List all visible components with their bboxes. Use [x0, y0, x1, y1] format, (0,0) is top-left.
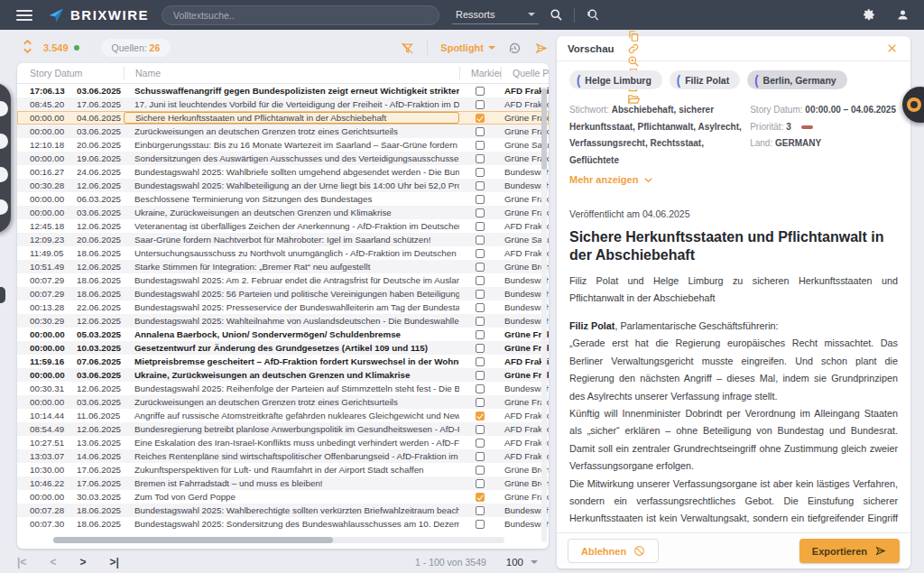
horizontal-scrollbar-thumb[interactable] [53, 537, 333, 543]
marked-checkbox[interactable] [476, 411, 485, 421]
table-row[interactable]: 00:00.0003.06.2025Zurückweisungen an deu… [17, 395, 549, 409]
marked-checkbox[interactable] [476, 222, 485, 231]
column-header-markiert[interactable]: Markiert [459, 67, 501, 79]
table-row[interactable]: 10:30.0017.06.2025Zukunftsperspektiven f… [17, 463, 549, 476]
table-row[interactable]: 00:07.3018.06.2025Bundestagswahl 2025: S… [17, 517, 549, 531]
table-row[interactable]: 00:16.2724.06.2025Bundestagswahl 2025: W… [17, 165, 549, 179]
marked-checkbox[interactable] [476, 439, 485, 448]
show-more-link[interactable]: Mehr anzeigen [569, 174, 898, 185]
edge-toolbar-button[interactable] [0, 101, 8, 116]
table-row[interactable]: 00:30.2912.06.2025Bundestagswahl 2025: W… [17, 314, 549, 328]
table-row[interactable]: 11:59.1607.06.2025Mietpreisbremse gesche… [17, 355, 549, 368]
table-row[interactable]: 00:07.2918.06.2025Bundestagswahl 2025: 5… [17, 287, 549, 300]
entity-chip[interactable]: (Helge Limburg [569, 70, 662, 89]
table-row[interactable]: 17:06.1303.06.2025Schusswaffenangriff ge… [17, 84, 549, 97]
marked-checkbox[interactable] [476, 181, 485, 190]
table-row[interactable]: 00:00.0030.03.2025Zum Tod von Gerd Poppe… [17, 490, 549, 504]
table-row[interactable]: 00:00.0003.06.2025Ukraine, Zurückweisung… [17, 368, 549, 382]
marked-checkbox[interactable] [476, 168, 485, 177]
marked-checkbox[interactable] [476, 114, 485, 123]
table-row[interactable]: 00:00.0005.03.2025Annalena Baerbock, Uni… [17, 328, 549, 341]
table-row[interactable]: 11:49.0518.06.2025Untersuchungsausschuss… [17, 246, 549, 260]
table-row[interactable]: 08:54.4912.06.2025Bundesregierung betrei… [17, 422, 549, 436]
marked-checkbox[interactable] [476, 87, 485, 96]
table-row[interactable]: 00:07.2918.06.2025Bundestagswahl 2025: A… [17, 273, 549, 287]
table-row[interactable]: 00:00.0019.06.2025Sondersitzungen des Au… [17, 152, 549, 165]
marked-checkbox[interactable] [476, 520, 485, 529]
floating-edge-toolbar[interactable] [0, 83, 11, 233]
spotlight-dropdown[interactable]: Spotlight [440, 42, 495, 53]
link-icon[interactable] [627, 42, 640, 55]
search-icon[interactable] [550, 8, 563, 22]
vertical-scrollbar-thumb[interactable] [541, 88, 547, 170]
menu-icon[interactable] [16, 10, 32, 21]
table-row[interactable]: 12:10.1820.06.2025Einbürgerungsstau: Bis… [17, 138, 549, 152]
table-row[interactable]: 00:30.3112.06.2025Bundestagswahl 2025: R… [17, 382, 549, 395]
search-input[interactable] [162, 5, 439, 25]
table-row[interactable]: 10:46.2217.06.2025Bremen ist Fahrradstad… [17, 476, 549, 490]
marked-checkbox[interactable] [476, 100, 485, 109]
marked-checkbox[interactable] [476, 398, 485, 407]
edge-toolbar-button[interactable] [0, 199, 8, 215]
marked-checkbox[interactable] [476, 357, 485, 366]
marked-checkbox[interactable] [476, 330, 485, 339]
marked-checkbox[interactable] [476, 493, 485, 502]
prev-page-button[interactable]: < [50, 556, 56, 568]
table-row[interactable]: 12:09.2320.06.2025Saar-Grüne fordern Nac… [17, 233, 549, 246]
sources-chip[interactable]: Quellen: 26 [101, 39, 171, 57]
table-row[interactable]: 00:07.2818.06.2025Bundestagswahl 2025: W… [17, 504, 549, 517]
reject-button[interactable]: Ablehnen [568, 539, 659, 563]
column-header-story-datum[interactable]: Story Datum [17, 68, 124, 79]
close-icon[interactable] [886, 42, 898, 54]
table-row[interactable]: 10:51.4912.06.2025Starke Stimmen für Int… [17, 260, 549, 273]
marked-checkbox[interactable] [476, 208, 485, 217]
table-row[interactable]: 13:03.0714.06.2025Reiches Rentenpläne si… [17, 449, 549, 463]
marked-checkbox[interactable] [476, 384, 485, 393]
edge-toolbar-button[interactable] [0, 134, 8, 149]
marked-checkbox[interactable] [476, 276, 485, 285]
table-row[interactable]: 00:00.0010.03.2025Gesetzentwurf zur Ände… [17, 341, 549, 355]
marked-checkbox[interactable] [476, 466, 485, 475]
column-header-name[interactable]: Name [124, 67, 459, 79]
user-account-icon[interactable] [896, 8, 910, 22]
next-page-button[interactable]: > [79, 556, 86, 568]
floating-edge-tab[interactable] [0, 287, 5, 303]
send-icon[interactable] [534, 42, 549, 55]
marked-checkbox[interactable] [476, 452, 485, 461]
marked-checkbox[interactable] [476, 154, 485, 163]
table-row[interactable]: 00:00.0003.06.2025Zurückweisungen an deu… [17, 125, 549, 138]
marked-checkbox[interactable] [476, 290, 485, 299]
column-header-quelle[interactable]: Quelle Publika [501, 67, 549, 79]
page-size-select[interactable]: 100 [506, 557, 538, 568]
copy-icon[interactable] [627, 30, 640, 42]
history-icon[interactable] [508, 42, 522, 55]
marked-checkbox[interactable] [476, 344, 485, 353]
marked-checkbox[interactable] [476, 317, 485, 326]
table-row[interactable]: 00:00.0003.06.2025Ukraine, Zurückweisung… [17, 206, 549, 219]
clear-search-icon[interactable] [586, 8, 600, 22]
marked-checkbox[interactable] [476, 141, 485, 150]
filter-off-icon[interactable] [401, 42, 414, 55]
table-row[interactable]: 00:00.0004.06.2025Sichere Herkunftsstaat… [17, 111, 549, 125]
first-page-button[interactable]: |< [17, 556, 26, 568]
entity-chip[interactable]: (Filiz Polat [670, 70, 740, 89]
marked-checkbox[interactable] [476, 249, 485, 258]
ressorts-select[interactable]: Ressorts [452, 6, 539, 24]
marked-checkbox[interactable] [476, 425, 485, 434]
table-row[interactable]: 10:27.5113.06.2025Eine Eskalation des Ir… [17, 436, 549, 449]
entity-chip[interactable]: (Berlin, Germany [747, 70, 846, 89]
marked-checkbox[interactable] [476, 506, 485, 515]
edge-toolbar-button[interactable] [0, 167, 8, 182]
export-button[interactable]: Exportieren [799, 539, 900, 563]
settings-gear-icon[interactable] [863, 8, 876, 22]
table-row[interactable]: 08:45.2017.06.202517. Juni ist leuchtend… [17, 97, 549, 111]
marked-checkbox[interactable] [476, 303, 485, 312]
sort-icon[interactable] [23, 40, 32, 57]
marked-checkbox[interactable] [476, 479, 485, 488]
table-row[interactable]: 00:00.0006.03.2025Beschlossene Terminier… [17, 192, 549, 206]
marked-checkbox[interactable] [476, 195, 485, 204]
table-row[interactable]: 00:13.2822.06.2025Bundestagswahl 2025: P… [17, 300, 549, 314]
marked-checkbox[interactable] [476, 127, 485, 136]
table-row[interactable]: 00:30.2812.06.2025Bundestagswahl 2025: W… [17, 179, 549, 192]
marked-checkbox[interactable] [476, 263, 485, 272]
